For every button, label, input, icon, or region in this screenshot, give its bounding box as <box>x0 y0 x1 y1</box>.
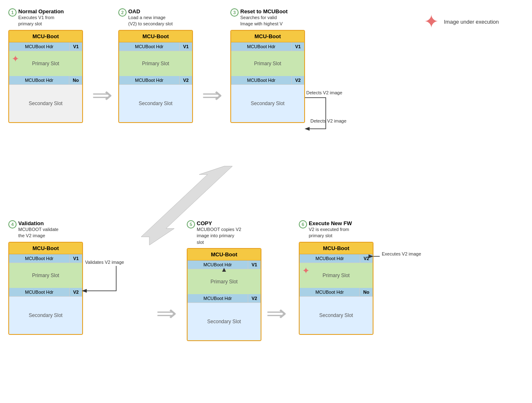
step1-desc: Executes V1 fromprimary slot <box>18 15 64 27</box>
copy-arrow-up: ▲ <box>221 266 227 273</box>
step5-header: 5 COPY MCUBOOT copies V2image into prima… <box>187 220 278 246</box>
mem4-header: MCU-Boot <box>9 243 82 254</box>
step1-circle: 1 <box>8 8 17 17</box>
step2-title: OAD <box>128 8 173 15</box>
mem4-v2: V2 <box>70 288 82 296</box>
mem4-row2: MCUBoot Hdr V2 <box>9 288 82 297</box>
mem6-primary: ✦ Primary Slot <box>300 263 373 288</box>
step4-area: 4 Validation MCUBOOT validatethe V2 imag… <box>8 220 100 335</box>
arrow-4-5: ⇒ <box>156 301 177 325</box>
mem-block-5: MCU-Boot MCUBoot Hdr V1 ▲ Primary Slot M… <box>187 248 261 341</box>
step3-area: 3 Reset to MCUBoot Searches for validIma… <box>230 8 313 123</box>
step3-title: Reset to MCUBoot <box>240 8 288 15</box>
mem-block-3: MCU-Boot MCUBoot Hdr V1 Primary Slot MCU… <box>230 30 305 123</box>
mem2-header: MCU-Boot <box>119 31 192 42</box>
step5-circle: 5 <box>187 220 195 229</box>
step2-circle: 2 <box>118 8 127 17</box>
step6-title: Execute New FW <box>309 220 352 226</box>
legend: ✦ Image under execution <box>424 12 499 31</box>
mem1-row2: MCUBoot Hdr No <box>9 76 82 85</box>
star-icon: ✦ <box>424 12 439 31</box>
step3-circle: 3 <box>230 8 239 17</box>
mem6-hdr: MCUBoot Hdr <box>300 254 360 263</box>
mem2-hdr2: MCUBoot Hdr <box>119 76 180 84</box>
mem3-hdr2: MCUBoot Hdr <box>231 76 292 84</box>
mem2-hdr: MCUBoot Hdr <box>119 42 180 51</box>
step6-area: 6 Execute New FW V2 is executed fromprim… <box>299 220 407 335</box>
mem3-secondary: Secondary Slot <box>231 85 304 122</box>
mem4-primary: Primary Slot <box>9 263 82 288</box>
mem6-hdr2: MCUBoot Hdr <box>300 288 360 296</box>
step1-area: 1 Normal Operation Executes V1 fromprima… <box>8 8 91 123</box>
mem1-primary-label: Primary Slot <box>32 61 59 66</box>
step6-desc: V2 is executed fromprimary slot <box>309 226 352 239</box>
mem1-hdr: MCUBoot Hdr <box>9 42 70 51</box>
arrow-2-3: ⇒ <box>202 83 222 107</box>
mem1-primary: ✦ Primary Slot <box>9 51 82 76</box>
mem5-hdr2: MCUBoot Hdr <box>188 294 248 302</box>
mem2-secondary: Secondary Slot <box>119 85 192 122</box>
step1-header: 1 Normal Operation Executes V1 fromprima… <box>8 8 91 27</box>
mem2-v1: V1 <box>180 42 192 51</box>
mem1-star: ✦ <box>12 54 19 64</box>
mem4-hdr: MCUBoot Hdr <box>9 254 70 263</box>
mem6-secondary: Secondary Slot <box>300 297 373 334</box>
mem3-v1: V1 <box>292 42 304 51</box>
mem2-row1: MCUBoot Hdr V1 <box>119 42 192 51</box>
mem3-primary: Primary Slot <box>231 51 304 76</box>
step2-area: 2 OAD Load a new image(V2) to secondary … <box>118 8 201 123</box>
mem3-header: MCU-Boot <box>231 31 304 42</box>
mem1-v1: V1 <box>70 42 82 51</box>
mem6-no: No <box>360 288 373 296</box>
mem1-no: No <box>69 76 82 84</box>
legend-label: Image under execution <box>444 19 499 25</box>
mem6-row1: MCUBoot Hdr V2 <box>300 254 373 263</box>
step5-desc: MCUBOOT copies V2image into primaryslot <box>197 226 241 246</box>
detects-v2-label: Detects V2 image <box>310 118 347 123</box>
step5-area: 5 COPY MCUBOOT copies V2image into prima… <box>187 220 278 341</box>
mem-block-4: MCU-Boot MCUBoot Hdr V1 Primary Slot MCU… <box>8 242 83 335</box>
mem4-row1: MCUBoot Hdr V1 <box>9 254 82 263</box>
mem3-row2: MCUBoot Hdr V2 <box>231 76 304 85</box>
mem5-row2: MCUBoot Hdr V2 <box>188 294 261 303</box>
mem5-secondary: Secondary Slot <box>188 303 261 340</box>
mem2-v2: V2 <box>180 76 192 84</box>
mem3-v2b: V2 <box>292 76 304 84</box>
mem2-row2: MCUBoot Hdr V2 <box>119 76 192 85</box>
step6-circle: 6 <box>299 220 307 229</box>
mem5-primary: ▲ Primary Slot <box>188 269 261 294</box>
mem2-primary: Primary Slot <box>119 51 192 76</box>
step3-desc: Searches for validImage with highest V <box>240 15 288 27</box>
arrow-1-2: ⇒ <box>92 83 112 107</box>
mem5-primary-label: Primary Slot <box>210 279 237 285</box>
mem6-row2: MCUBoot Hdr No <box>300 288 373 297</box>
step4-desc: MCUBOOT validatethe V2 image <box>18 226 59 239</box>
mem4-v1: V1 <box>70 254 82 263</box>
mem1-hdr2: MCUBoot Hdr <box>9 76 69 84</box>
mem5-v2: V2 <box>248 294 261 302</box>
mem3-row1: MCUBoot Hdr V1 <box>231 42 304 51</box>
diagram-container: ✦ Image under execution 1 Normal Operati… <box>0 0 532 403</box>
step2-header: 2 OAD Load a new image(V2) to secondary … <box>118 8 201 27</box>
mem1-header: MCU-Boot <box>9 31 82 42</box>
mem1-secondary: Secondary Slot <box>9 85 82 122</box>
mem5-header: MCU-Boot <box>188 249 261 260</box>
mem4-secondary: Secondary Slot <box>9 297 82 334</box>
step4-circle: 4 <box>8 220 17 229</box>
mem-block-6: MCU-Boot MCUBoot Hdr V2 ✦ Primary Slot M… <box>299 242 373 335</box>
mem6-primary-label: Primary Slot <box>322 273 349 278</box>
step5-title: COPY <box>197 220 241 226</box>
arrow-5-6: ⇒ <box>266 301 287 325</box>
mem6-header: MCU-Boot <box>300 243 373 254</box>
mem4-hdr2: MCUBoot Hdr <box>9 288 70 296</box>
step4-header: 4 Validation MCUBOOT validatethe V2 imag… <box>8 220 100 239</box>
step6-header: 6 Execute New FW V2 is executed fromprim… <box>299 220 407 239</box>
step1-title: Normal Operation <box>18 8 64 15</box>
step2-desc: Load a new image(V2) to secondary slot <box>128 15 173 27</box>
mem5-hdr: MCUBoot Hdr <box>188 260 248 269</box>
mem1-row1: MCUBoot Hdr V1 <box>9 42 82 51</box>
mem-block-1: MCU-Boot MCUBoot Hdr V1 ✦ Primary Slot M… <box>8 30 83 123</box>
step3-header: 3 Reset to MCUBoot Searches for validIma… <box>230 8 313 27</box>
mem6-v2: V2 <box>360 254 373 263</box>
mem-block-2: MCU-Boot MCUBoot Hdr V1 Primary Slot MCU… <box>118 30 193 123</box>
